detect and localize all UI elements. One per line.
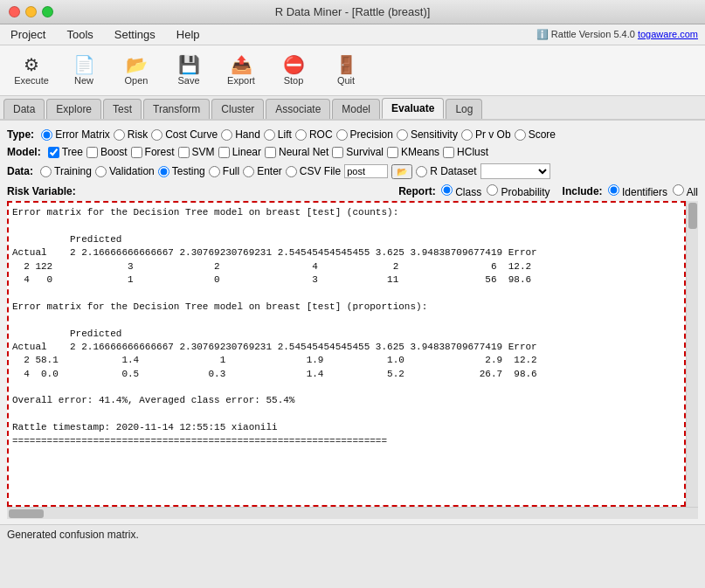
data-full-option[interactable]: Full bbox=[209, 165, 239, 177]
close-button[interactable] bbox=[9, 6, 20, 17]
type-precision-radio[interactable] bbox=[336, 129, 348, 141]
include-label: Include: bbox=[563, 185, 603, 197]
stop-button[interactable]: ⛔ Stop bbox=[269, 49, 318, 93]
menu-tools[interactable]: Tools bbox=[63, 26, 96, 43]
data-csvfile-radio[interactable] bbox=[286, 166, 297, 177]
model-svm-checkbox[interactable] bbox=[178, 147, 190, 158]
output-area[interactable]: Error matrix for the Decision Tree model… bbox=[7, 201, 686, 507]
model-survival-option[interactable]: Survival bbox=[332, 146, 384, 158]
report-class-option[interactable]: Class bbox=[441, 184, 481, 198]
hscroll-thumb[interactable] bbox=[9, 509, 44, 518]
type-prvob-radio[interactable] bbox=[461, 129, 473, 141]
data-validation-option[interactable]: Validation bbox=[95, 165, 155, 177]
type-prvob-option[interactable]: Pr v Ob bbox=[461, 128, 511, 141]
type-cost-radio[interactable] bbox=[151, 129, 162, 141]
model-tree-option[interactable]: Tree bbox=[48, 146, 83, 158]
tab-log[interactable]: Log bbox=[446, 99, 482, 119]
model-survival-checkbox[interactable] bbox=[332, 147, 343, 158]
export-icon: 📤 bbox=[231, 56, 252, 73]
open-button[interactable]: 📂 Open bbox=[112, 49, 161, 93]
rdataset-dropdown[interactable] bbox=[480, 163, 550, 179]
togaware-link[interactable]: togaware.com bbox=[638, 29, 698, 39]
type-lift-radio[interactable] bbox=[264, 129, 275, 141]
type-score-option[interactable]: Score bbox=[515, 128, 556, 141]
export-button[interactable]: 📤 Export bbox=[217, 49, 266, 93]
maximize-button[interactable] bbox=[42, 6, 53, 17]
csv-browse-button[interactable]: 📂 bbox=[391, 164, 412, 179]
tab-explore[interactable]: Explore bbox=[46, 99, 101, 119]
model-kmeans-option[interactable]: KMeans bbox=[387, 146, 439, 158]
tab-associate[interactable]: Associate bbox=[266, 99, 330, 119]
tab-cluster[interactable]: Cluster bbox=[211, 99, 264, 119]
data-enter-option[interactable]: Enter bbox=[243, 165, 282, 177]
menu-settings[interactable]: Settings bbox=[111, 26, 159, 43]
csv-input[interactable] bbox=[344, 164, 388, 178]
model-linear-option[interactable]: Linear bbox=[218, 146, 261, 158]
model-forest-option[interactable]: Forest bbox=[131, 146, 175, 158]
model-hclust-checkbox[interactable] bbox=[443, 147, 454, 158]
model-neuralnet-checkbox[interactable] bbox=[265, 147, 276, 158]
report-class-radio[interactable] bbox=[441, 184, 453, 196]
stop-icon: ⛔ bbox=[283, 56, 305, 73]
model-row: Model: Tree Boost Forest SVM Linear Neur… bbox=[7, 143, 698, 161]
model-tree-checkbox[interactable] bbox=[48, 147, 59, 158]
type-sensitivity-option[interactable]: Sensitivity bbox=[397, 128, 458, 141]
tab-transform[interactable]: Transform bbox=[143, 99, 210, 119]
data-testing-option[interactable]: Testing bbox=[158, 165, 205, 177]
data-enter-radio[interactable] bbox=[243, 166, 254, 177]
data-training-radio[interactable] bbox=[40, 166, 52, 177]
tab-model[interactable]: Model bbox=[332, 99, 380, 119]
include-all-option[interactable]: All bbox=[673, 184, 698, 198]
vscroll-thumb[interactable] bbox=[688, 203, 697, 229]
report-probability-radio[interactable] bbox=[487, 184, 498, 196]
type-precision-option[interactable]: Precision bbox=[336, 128, 393, 141]
vertical-scrollbar[interactable] bbox=[686, 201, 698, 507]
tab-evaluate[interactable]: Evaluate bbox=[382, 98, 444, 119]
data-testing-radio[interactable] bbox=[158, 166, 169, 177]
report-label: Report: bbox=[398, 185, 436, 197]
type-error-radio[interactable] bbox=[41, 129, 52, 141]
model-boost-checkbox[interactable] bbox=[86, 147, 98, 158]
report-probability-option[interactable]: Probability bbox=[487, 184, 549, 198]
data-validation-radio[interactable] bbox=[95, 166, 107, 177]
type-roc-option[interactable]: ROC bbox=[295, 128, 333, 141]
data-training-option[interactable]: Training bbox=[40, 165, 92, 177]
data-full-radio[interactable] bbox=[209, 166, 220, 177]
menu-help[interactable]: Help bbox=[173, 26, 204, 43]
data-rdataset-radio[interactable] bbox=[416, 166, 427, 177]
type-risk-option[interactable]: Risk bbox=[114, 128, 148, 141]
model-hclust-option[interactable]: HClust bbox=[443, 146, 488, 158]
include-identifiers-option[interactable]: Identifiers bbox=[608, 184, 667, 198]
model-svm-option[interactable]: SVM bbox=[178, 146, 215, 158]
type-hand-radio[interactable] bbox=[221, 129, 232, 141]
tab-test[interactable]: Test bbox=[103, 99, 142, 119]
type-risk-radio[interactable] bbox=[114, 129, 125, 141]
status-bar: Generated confusion matrix. bbox=[0, 524, 705, 543]
horizontal-scrollbar[interactable] bbox=[7, 507, 698, 519]
minimize-button[interactable] bbox=[25, 6, 37, 17]
include-identifiers-radio[interactable] bbox=[608, 184, 619, 196]
data-csvfile-option[interactable]: CSV File bbox=[286, 165, 341, 177]
type-score-radio[interactable] bbox=[515, 129, 526, 141]
model-linear-checkbox[interactable] bbox=[218, 147, 230, 158]
type-hand-option[interactable]: Hand bbox=[221, 128, 260, 141]
include-all-radio[interactable] bbox=[673, 184, 684, 196]
model-neuralnet-option[interactable]: Neural Net bbox=[265, 146, 328, 158]
window-controls[interactable] bbox=[9, 6, 53, 17]
type-sensitivity-radio[interactable] bbox=[397, 129, 408, 141]
quit-button[interactable]: 🚪 Quit bbox=[321, 49, 370, 93]
type-lift-option[interactable]: Lift bbox=[264, 128, 292, 141]
model-boost-option[interactable]: Boost bbox=[86, 146, 128, 158]
new-icon: 📄 bbox=[73, 56, 95, 73]
type-roc-radio[interactable] bbox=[295, 129, 307, 141]
tab-data[interactable]: Data bbox=[3, 99, 45, 119]
execute-button[interactable]: ⚙ Execute bbox=[7, 49, 56, 93]
data-rdataset-option[interactable]: R Dataset bbox=[416, 165, 476, 177]
menu-project[interactable]: Project bbox=[7, 26, 49, 43]
type-cost-option[interactable]: Cost Curve bbox=[151, 128, 218, 141]
type-error-matrix-option[interactable]: Error Matrix bbox=[41, 128, 110, 141]
model-forest-checkbox[interactable] bbox=[131, 147, 142, 158]
new-button[interactable]: 📄 New bbox=[59, 49, 108, 93]
save-button[interactable]: 💾 Save bbox=[164, 49, 213, 93]
model-kmeans-checkbox[interactable] bbox=[387, 147, 398, 158]
